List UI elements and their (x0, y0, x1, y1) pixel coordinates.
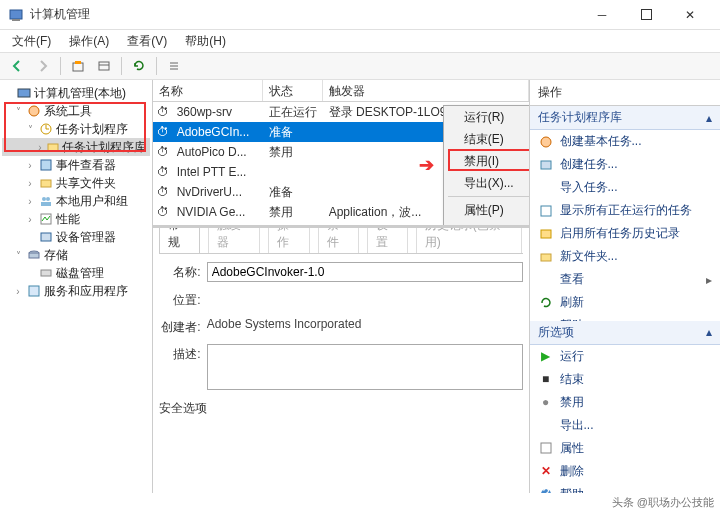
action-new-folder[interactable]: 新文件夹... (530, 245, 721, 268)
watermark: 头条 @职场办公技能 (612, 493, 714, 511)
tree-shared-folders[interactable]: ›共享文件夹 (2, 174, 150, 192)
tree-local-users[interactable]: ›本地用户和组 (2, 192, 150, 210)
menu-action[interactable]: 操作(A) (61, 31, 117, 52)
toolbar (0, 52, 720, 80)
label-location: 位置: (159, 290, 201, 309)
tree-performance[interactable]: ›性能 (2, 210, 150, 228)
context-menu: 运行(R) 结束(E) 禁用(I) 导出(X)... 属性(P) 删除(D) (443, 105, 529, 228)
menu-help[interactable]: 帮助(H) (177, 31, 234, 52)
svg-rect-26 (29, 286, 39, 296)
svg-point-19 (46, 197, 50, 201)
tree-root[interactable]: 计算机管理(本地) (2, 84, 150, 102)
svg-rect-31 (541, 254, 551, 261)
col-trigger[interactable]: 触发器 (323, 80, 529, 101)
tree-device-manager[interactable]: 设备管理器 (2, 228, 150, 246)
actions-group-library[interactable]: 任务计划程序库▴ (530, 106, 721, 130)
svg-point-27 (541, 137, 551, 147)
list-button[interactable] (163, 55, 185, 77)
label-author: 创建者: (159, 317, 201, 336)
label-desc: 描述: (159, 344, 201, 363)
desc-field[interactable] (207, 344, 523, 390)
chevron-right-icon: ▸ (706, 273, 712, 287)
action-enable-history[interactable]: 启用所有任务历史记录 (530, 222, 721, 245)
svg-rect-16 (41, 160, 51, 170)
action-delete[interactable]: ✕删除 (530, 460, 721, 483)
tree-storage[interactable]: ˅存储 (2, 246, 150, 264)
menu-file[interactable]: 文件(F) (4, 31, 59, 52)
menu-separator (448, 196, 529, 197)
nav-tree[interactable]: 计算机管理(本地) ˅系统工具 ˅任务计划程序 ›任务计划程序库 ›事件查看器 … (0, 80, 153, 493)
task-grid[interactable]: 名称 状态 触发器 ⏱360wp-srv正在运行登录 DESKTOP-1LO98… (153, 80, 529, 228)
back-button[interactable] (6, 55, 28, 77)
ctx-properties[interactable]: 属性(P) (444, 199, 529, 221)
action-properties[interactable]: 属性 (530, 437, 721, 460)
actions-group-selected[interactable]: 所选项▴ (530, 321, 721, 345)
action-import-task[interactable]: 导入任务... (530, 176, 721, 199)
tab-actions[interactable]: 操作 (268, 228, 309, 253)
forward-button[interactable] (32, 55, 54, 77)
menu-view[interactable]: 查看(V) (119, 31, 175, 52)
minimize-button[interactable]: ─ (580, 1, 624, 29)
ctx-delete[interactable]: 删除(D) (444, 221, 529, 228)
action-create-basic-task[interactable]: 创建基本任务... (530, 130, 721, 153)
author-value: Adobe Systems Incorporated (207, 317, 362, 331)
col-state[interactable]: 状态 (263, 80, 323, 101)
menubar: 文件(F) 操作(A) 查看(V) 帮助(H) (0, 30, 720, 52)
tab-conditions[interactable]: 条件 (318, 228, 359, 253)
action-view[interactable]: 查看▸ (530, 268, 721, 291)
name-field[interactable] (207, 262, 523, 282)
tree-system-tools[interactable]: ˅系统工具 (2, 102, 150, 120)
details-pane: 常规 触发器 操作 条件 设置 历史记录(已禁用) 名称: 位置: 创建者:Ad… (153, 228, 529, 493)
tree-task-scheduler[interactable]: ˅任务计划程序 (2, 120, 150, 138)
svg-rect-24 (29, 253, 39, 258)
app-icon (8, 7, 24, 23)
tree-event-viewer[interactable]: ›事件查看器 (2, 156, 150, 174)
svg-rect-20 (41, 202, 51, 206)
window-title: 计算机管理 (30, 6, 580, 23)
svg-rect-30 (541, 230, 551, 238)
security-options-label: 安全选项 (159, 400, 523, 417)
tab-triggers[interactable]: 触发器 (208, 228, 261, 253)
col-name[interactable]: 名称 (153, 80, 263, 101)
refresh-button[interactable] (128, 55, 150, 77)
action-run[interactable]: ▶运行 (530, 345, 721, 368)
action-refresh[interactable]: 刷新 (530, 291, 721, 314)
tree-disk-mgmt[interactable]: 磁盘管理 (2, 264, 150, 282)
action-export[interactable]: 导出... (530, 414, 721, 437)
collapse-icon[interactable]: ▴ (706, 325, 712, 339)
tree-services-apps[interactable]: ›服务和应用程序 (2, 282, 150, 300)
ctx-run[interactable]: 运行(R) (444, 106, 529, 128)
collapse-icon[interactable]: ▴ (706, 111, 712, 125)
svg-rect-15 (48, 144, 58, 151)
tree-task-scheduler-library[interactable]: ›任务计划程序库 (2, 138, 150, 156)
ctx-export[interactable]: 导出(X)... (444, 172, 529, 194)
actions-header: 操作 (530, 80, 721, 106)
ctx-end[interactable]: 结束(E) (444, 128, 529, 150)
tab-history[interactable]: 历史记录(已禁用) (416, 228, 523, 253)
grid-header[interactable]: 名称 状态 触发器 (153, 80, 529, 102)
action-show-running[interactable]: 显示所有正在运行的任务 (530, 199, 721, 222)
action-end[interactable]: ■结束 (530, 368, 721, 391)
options-button[interactable] (93, 55, 115, 77)
svg-rect-22 (41, 233, 51, 241)
maximize-button[interactable] (624, 1, 668, 29)
svg-point-11 (29, 106, 39, 116)
svg-rect-34 (541, 443, 551, 453)
tab-general[interactable]: 常规 (159, 228, 200, 253)
up-button[interactable] (67, 55, 89, 77)
svg-rect-17 (41, 180, 51, 187)
svg-rect-4 (75, 61, 81, 64)
svg-rect-28 (541, 161, 551, 169)
action-help[interactable]: ?帮助 (530, 314, 721, 321)
action-help2[interactable]: ?帮助 (530, 483, 721, 493)
detail-tabs[interactable]: 常规 触发器 操作 条件 设置 历史记录(已禁用) (159, 232, 523, 254)
tab-settings[interactable]: 设置 (367, 228, 408, 253)
svg-rect-5 (99, 62, 109, 70)
svg-rect-0 (10, 10, 22, 19)
action-disable[interactable]: ●禁用 (530, 391, 721, 414)
ctx-disable[interactable]: 禁用(I) (444, 150, 529, 172)
close-button[interactable]: ✕ (668, 1, 712, 29)
svg-text:?: ? (542, 487, 549, 493)
svg-point-18 (42, 197, 46, 201)
action-create-task[interactable]: 创建任务... (530, 153, 721, 176)
